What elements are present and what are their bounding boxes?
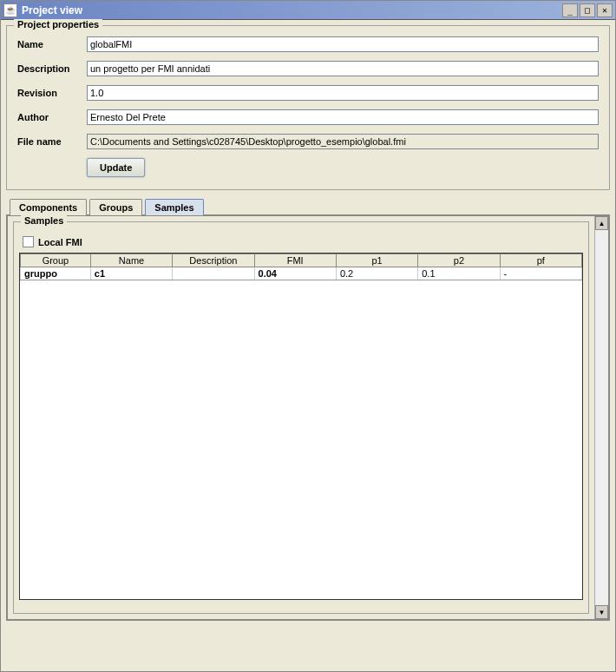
description-field[interactable] [87, 61, 599, 76]
titlebar[interactable]: ☕ Project view _ □ ✕ [1, 1, 615, 20]
local-fmi-label: Local FMI [38, 237, 82, 247]
minimize-button[interactable]: _ [562, 3, 578, 17]
update-button[interactable]: Update [87, 158, 145, 177]
filename-label: File name [17, 136, 87, 147]
col-pf[interactable]: pf [500, 254, 581, 267]
cell-p2[interactable]: 0.1 [418, 267, 500, 280]
scroll-track[interactable] [595, 230, 608, 605]
tabs: Components Groups Samples [10, 199, 610, 215]
col-p2[interactable]: p2 [418, 254, 500, 267]
name-label: Name [17, 39, 87, 49]
samples-group: Samples Local FMI Group Name Description… [13, 221, 589, 614]
description-label: Description [17, 63, 87, 74]
local-fmi-checkbox[interactable] [23, 236, 34, 247]
tab-components[interactable]: Components [10, 199, 87, 215]
name-field[interactable] [87, 36, 599, 52]
filename-field [87, 134, 599, 149]
col-group[interactable]: Group [21, 254, 91, 267]
cell-p1[interactable]: 0.2 [336, 267, 417, 280]
samples-table-wrap: Group Name Description FMI p1 p2 pf [19, 253, 583, 600]
samples-legend: Samples [21, 215, 67, 226]
cell-name[interactable]: c1 [90, 267, 172, 280]
project-properties-group: Project properties Name Description Revi… [6, 25, 610, 190]
col-fmi[interactable]: FMI [254, 254, 336, 267]
samples-pane: Samples Local FMI Group Name Description… [6, 214, 610, 621]
maximize-button[interactable]: □ [580, 3, 595, 17]
close-button[interactable]: ✕ [597, 3, 613, 17]
author-label: Author [17, 112, 87, 122]
main-window: ☕ Project view _ □ ✕ Project properties … [0, 0, 616, 672]
col-description[interactable]: Description [173, 254, 254, 267]
author-field[interactable] [87, 109, 599, 125]
samples-table[interactable]: Group Name Description FMI p1 p2 pf [20, 254, 582, 280]
col-p1[interactable]: p1 [336, 254, 417, 267]
cell-description[interactable] [173, 267, 254, 280]
cell-group[interactable]: gruppo [21, 267, 91, 280]
revision-field[interactable] [87, 85, 599, 101]
content-area: Project properties Name Description Revi… [1, 20, 615, 626]
vertical-scrollbar[interactable]: ▲ ▼ [594, 216, 608, 619]
table-header-row: Group Name Description FMI p1 p2 pf [21, 254, 582, 267]
properties-legend: Project properties [14, 19, 102, 30]
scroll-up-icon[interactable]: ▲ [595, 216, 608, 230]
table-row[interactable]: gruppo c1 0.04 0.2 0.1 - [21, 267, 582, 280]
java-icon: ☕ [3, 3, 17, 17]
window-title: Project view [22, 4, 562, 16]
scroll-down-icon[interactable]: ▼ [595, 605, 608, 619]
tab-samples[interactable]: Samples [145, 199, 203, 215]
revision-label: Revision [17, 88, 87, 98]
tab-groups[interactable]: Groups [89, 199, 142, 215]
cell-pf[interactable]: - [500, 267, 581, 280]
cell-fmi[interactable]: 0.04 [254, 267, 336, 280]
col-name[interactable]: Name [90, 254, 172, 267]
